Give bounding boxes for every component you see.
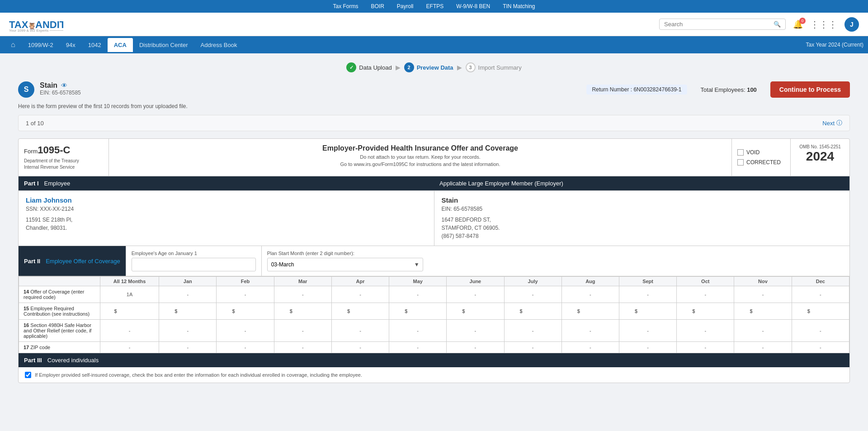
row17-oct[interactable]: [677, 342, 734, 353]
row16-feb-input[interactable]: [219, 328, 271, 333]
row17-feb-input[interactable]: [219, 345, 271, 350]
top-nav-payroll[interactable]: Payroll: [392, 2, 419, 10]
row14-all12-input[interactable]: [103, 292, 156, 297]
search-icon[interactable]: 🔍: [774, 21, 781, 28]
row17-dec[interactable]: [792, 342, 849, 353]
row17-apr-input[interactable]: [335, 345, 386, 350]
row15-july[interactable]: $: [504, 303, 561, 320]
row15-aug[interactable]: $: [561, 303, 619, 320]
row17-june[interactable]: [447, 342, 504, 353]
row15-jan-input[interactable]: [178, 308, 201, 314]
row15-aug-input[interactable]: [581, 308, 604, 314]
row16-may[interactable]: [389, 320, 447, 342]
pagination-next[interactable]: Next ⓘ: [822, 119, 842, 127]
row15-mar[interactable]: $: [274, 303, 331, 320]
row17-all12-input[interactable]: [103, 345, 156, 350]
row16-nov-input[interactable]: [737, 328, 788, 333]
row16-june[interactable]: [447, 320, 504, 342]
nav-aca[interactable]: ACA: [108, 38, 133, 52]
row14-aug[interactable]: [561, 286, 619, 303]
row15-may-input[interactable]: [408, 308, 431, 314]
avatar[interactable]: J: [844, 17, 859, 32]
row15-june-input[interactable]: [466, 308, 488, 314]
top-nav-w9[interactable]: W-9/W-8 BEN: [451, 2, 495, 10]
void-checkbox[interactable]: [737, 149, 744, 156]
row17-feb[interactable]: [217, 342, 274, 353]
row16-mar-input[interactable]: [277, 328, 329, 333]
row15-apr[interactable]: $: [331, 303, 389, 320]
row16-oct-input[interactable]: [679, 328, 731, 333]
row17-may[interactable]: [389, 342, 447, 353]
row16-nov[interactable]: [734, 320, 792, 342]
row17-oct-input[interactable]: [679, 345, 731, 350]
row14-mar[interactable]: [274, 286, 331, 303]
search-box[interactable]: 🔍: [659, 19, 786, 30]
nav-1099w2[interactable]: 1099/W-2: [22, 38, 60, 52]
row15-july-input[interactable]: [524, 308, 546, 314]
search-input[interactable]: [664, 21, 774, 28]
row15-may[interactable]: $: [389, 303, 447, 320]
row17-nov-input[interactable]: [737, 345, 788, 350]
row14-sept-input[interactable]: [622, 292, 674, 297]
corrected-checkbox[interactable]: [737, 159, 744, 166]
row15-jan[interactable]: $: [159, 303, 217, 320]
notification-bell[interactable]: 🔔 0: [793, 19, 803, 29]
row15-oct-input[interactable]: [696, 308, 718, 314]
row17-jan[interactable]: [159, 342, 217, 353]
row16-aug-input[interactable]: [565, 328, 616, 333]
row17-aug[interactable]: [561, 342, 619, 353]
row16-june-input[interactable]: [449, 328, 501, 333]
eye-icon[interactable]: 👁: [61, 82, 67, 89]
row16-aug[interactable]: [561, 320, 619, 342]
row14-july[interactable]: [504, 286, 561, 303]
row15-mar-input[interactable]: [293, 308, 316, 314]
row14-dec-input[interactable]: [795, 292, 846, 297]
row16-all12-input[interactable]: [103, 328, 156, 333]
top-nav-tin-matching[interactable]: TIN Matching: [497, 2, 540, 10]
row16-mar[interactable]: [274, 320, 331, 342]
row16-dec[interactable]: [792, 320, 849, 342]
nav-home[interactable]: ⌂: [5, 37, 22, 52]
row15-feb[interactable]: $: [217, 303, 274, 320]
row15-feb-input[interactable]: [236, 308, 259, 314]
row15-sept-input[interactable]: [638, 308, 661, 314]
row14-july-input[interactable]: [507, 292, 559, 297]
row14-jan-input[interactable]: [162, 292, 213, 297]
row17-june-input[interactable]: [449, 345, 501, 350]
row14-oct[interactable]: [677, 286, 734, 303]
continue-to-process-button[interactable]: Continue to Process: [770, 81, 850, 98]
row16-all12[interactable]: [100, 320, 159, 342]
row16-july-input[interactable]: [507, 328, 559, 333]
top-nav-boir[interactable]: BOIR: [366, 2, 390, 10]
row17-sept[interactable]: [619, 342, 676, 353]
row14-jan[interactable]: [159, 286, 217, 303]
row14-nov-input[interactable]: [737, 292, 788, 297]
nav-distribution-center[interactable]: Distribution Center: [133, 38, 194, 52]
row17-may-input[interactable]: [392, 345, 443, 350]
row14-may[interactable]: [389, 286, 447, 303]
row17-mar-input[interactable]: [277, 345, 329, 350]
row14-june-input[interactable]: [449, 292, 501, 297]
row16-dec-input[interactable]: [795, 328, 846, 333]
row15-oct[interactable]: $: [677, 303, 734, 320]
row15-dec-input[interactable]: [811, 308, 834, 314]
row16-apr-input[interactable]: [335, 328, 386, 333]
row14-apr[interactable]: [331, 286, 389, 303]
row16-feb[interactable]: [217, 320, 274, 342]
row17-all12[interactable]: [100, 342, 159, 353]
row14-oct-input[interactable]: [679, 292, 731, 297]
row17-apr[interactable]: [331, 342, 389, 353]
row14-dec[interactable]: [792, 286, 849, 303]
age-input[interactable]: [132, 258, 256, 271]
row16-may-input[interactable]: [392, 328, 443, 333]
row17-sept-input[interactable]: [622, 345, 674, 350]
row15-nov-input[interactable]: [754, 308, 776, 314]
row14-feb-input[interactable]: [219, 292, 271, 297]
row16-july[interactable]: [504, 320, 561, 342]
row17-aug-input[interactable]: [565, 345, 616, 350]
row17-jan-input[interactable]: [162, 345, 213, 350]
row15-nov[interactable]: $: [734, 303, 792, 320]
row16-sept[interactable]: [619, 320, 676, 342]
row16-apr[interactable]: [331, 320, 389, 342]
row15-june[interactable]: $: [447, 303, 504, 320]
